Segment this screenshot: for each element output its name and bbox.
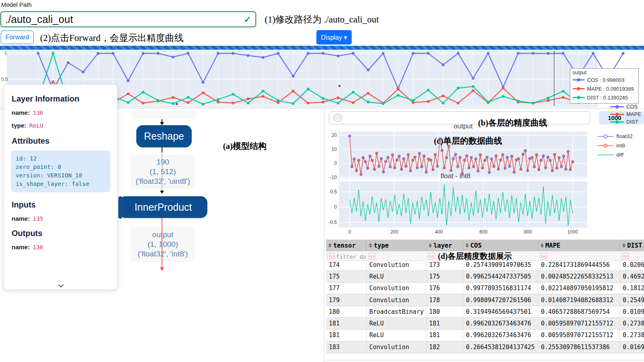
table-row[interactable]: 175ReLU1750.99625442473375050.0024852226…	[326, 271, 644, 283]
table-row[interactable]: 181ReLU1810.99620326734634760.0059589707…	[326, 318, 644, 329]
filter-type-chip[interactable]: Aa	[368, 253, 375, 259]
graph-scrollbar-thumb[interactable]	[118, 196, 122, 219]
table-cell-dist: 0.4692	[620, 271, 644, 283]
table-cell-type: ReLU	[367, 318, 426, 329]
table-cell-mape: 0.005958970712155712	[538, 329, 620, 341]
tensor-line: (1, 1000)	[131, 240, 195, 249]
table-cell-layer: 176	[426, 283, 463, 294]
ytick-label: 0.5	[323, 189, 337, 195]
filter-input[interactable]: filter da	[336, 254, 366, 260]
table-row[interactable]: 177Convolution1760.99778935168311740.022…	[326, 283, 644, 294]
filter-type-chip[interactable]: Aa	[328, 253, 335, 259]
table-header-mape[interactable]: MAPE	[538, 240, 620, 251]
table-row[interactable]: 181ReLU1810.99620326734634760.0059589707…	[326, 329, 644, 341]
sort-icon[interactable]	[328, 243, 332, 248]
table-cell-cos: 0.3194946569437501	[463, 306, 538, 318]
tensor-line: ('float32', 'uint8')	[131, 177, 195, 186]
table-row[interactable]: 180BroadcastBinary1800.31949465694375010…	[326, 306, 644, 318]
table-cell-type: ReLU	[367, 329, 426, 341]
table-cell-cos: 0.9977893516831174	[463, 283, 538, 294]
tooltip-value: DIST : 0.1390245	[587, 95, 628, 101]
sort-icon[interactable]	[466, 243, 469, 248]
layer-info-title: Layer Information	[12, 94, 117, 104]
inputs-title: Inputs	[12, 200, 117, 209]
tensor-box-190[interactable]: 190(1, 512)('float32', 'uint8')	[131, 155, 195, 189]
table-header-type[interactable]: type	[367, 240, 426, 251]
table-header-tensor[interactable]: tensor	[326, 240, 367, 251]
table-cell-type: Convolution	[367, 283, 426, 294]
tensor-line: (1, 512)	[131, 167, 195, 177]
table-row[interactable]: 174Convolution1730.25743909149706350.228…	[326, 261, 644, 271]
table-cell-cos: 0.9962544247337505	[463, 271, 538, 283]
legend-label: diff	[616, 152, 624, 158]
xtick-label: 400	[431, 229, 447, 235]
next-row-hairline	[326, 360, 644, 360]
filter-type-chip[interactable]: Aa	[540, 253, 547, 259]
input-name-value: 135	[33, 216, 43, 222]
table-cell-dist: 0.0169	[620, 342, 644, 353]
graph-node-reshape[interactable]: Reshape	[136, 125, 192, 147]
table-cell-cos: 0.9962032673463476	[463, 329, 538, 341]
table-cell-dist: 0.0206	[620, 261, 644, 271]
table-cell-mape: 0.40657288687569754	[538, 306, 620, 318]
ytick-label: -0.5	[323, 220, 337, 225]
display-dropdown-button[interactable]: Display ▾	[316, 30, 352, 45]
attribute-line: zero_point: 0	[16, 163, 105, 171]
column-label: DIST	[627, 242, 642, 249]
legend-item-int8[interactable]: int8	[597, 141, 633, 150]
annotation-2: (2)点击Forward，会显示出精度曲线	[40, 32, 184, 44]
filter-type-chip[interactable]: Aa	[428, 253, 435, 259]
table-row[interactable]: 183Convolution1820.266453812041374250.25…	[326, 342, 644, 353]
model-path-label: Model Path	[1, 1, 32, 8]
annotation-1: (1)修改路径为 ./auto_cali_out	[265, 13, 379, 26]
forward-button[interactable]: Forward	[1, 31, 34, 44]
legend-item-diff[interactable]: diff	[597, 150, 633, 159]
graph-node-innerproduct[interactable]: InnerProduct	[119, 196, 207, 218]
svg-text:1: 1	[4, 51, 7, 56]
table-cell-layer: 182	[426, 342, 463, 353]
legend-item-mape[interactable]: MAPE	[610, 110, 641, 118]
table-header-cos[interactable]: COS	[463, 240, 538, 251]
table-cell-tensor: 181	[326, 329, 367, 341]
table-row[interactable]: 179Convolution1780.99809472072615060.014…	[326, 294, 644, 306]
legend-item-dist[interactable]: DIST	[610, 118, 641, 126]
table-cell-mape: 0.005958970712155712	[538, 318, 620, 329]
table-cell-type: Convolution	[367, 342, 426, 353]
tensor-box-partial[interactable]	[132, 111, 196, 119]
valid-check-icon: ✓	[244, 14, 251, 25]
sort-icon[interactable]	[369, 243, 373, 248]
table-cell-mape: 0.002485222658332513	[538, 271, 620, 283]
table-header-row: tensortypelayerCOSMAPEDIST	[326, 240, 644, 251]
xtick-label: 200	[386, 229, 402, 235]
table-cell-type: ReLU	[367, 271, 426, 283]
filter-type-chip[interactable]: Aa	[622, 253, 629, 259]
table-cell-layer: 178	[426, 294, 463, 306]
sort-icon[interactable]	[429, 243, 432, 248]
table-cell-dist: 0.2549	[620, 294, 644, 306]
search-toggle-icon[interactable]	[334, 114, 342, 122]
progress-stripe-bar	[0, 46, 644, 50]
xtick-label: 600	[476, 229, 492, 235]
tensor-box-output[interactable]: output(1, 1000)('float32', 'int8')	[131, 227, 195, 262]
sort-icon[interactable]	[541, 243, 544, 248]
layer-info-card: Layer Information name:136 type:ReLU Att…	[4, 84, 117, 290]
sort-icon[interactable]	[622, 243, 626, 248]
table-cell-type: Convolution	[367, 261, 426, 271]
tensor-search-input[interactable]	[345, 112, 586, 123]
table-body: 174Convolution1730.25743909149706350.228…	[326, 261, 644, 362]
layer-type-row: type:ReLU	[12, 122, 117, 129]
table-cell-dist: 0.2738	[620, 329, 644, 341]
attribute-line: version: VERSION_10	[16, 171, 105, 180]
table-header-layer[interactable]: layer	[426, 240, 463, 251]
output-name-row: name:136	[12, 244, 117, 251]
model-path-input[interactable]	[0, 11, 256, 27]
table-header-dist[interactable]: DIST	[620, 240, 644, 251]
ytick-label: 10	[323, 146, 337, 152]
data-subplot-diff[interactable]	[339, 181, 587, 228]
chevron-down-icon[interactable]	[58, 284, 64, 288]
legend-item-float32[interactable]: float32	[597, 132, 633, 141]
ytick-label: 0	[323, 161, 337, 166]
table-cell-dist: 0.0109	[620, 306, 644, 318]
table-cell-layer: 180	[426, 306, 463, 318]
legend-item-cos[interactable]: COS	[610, 103, 641, 110]
